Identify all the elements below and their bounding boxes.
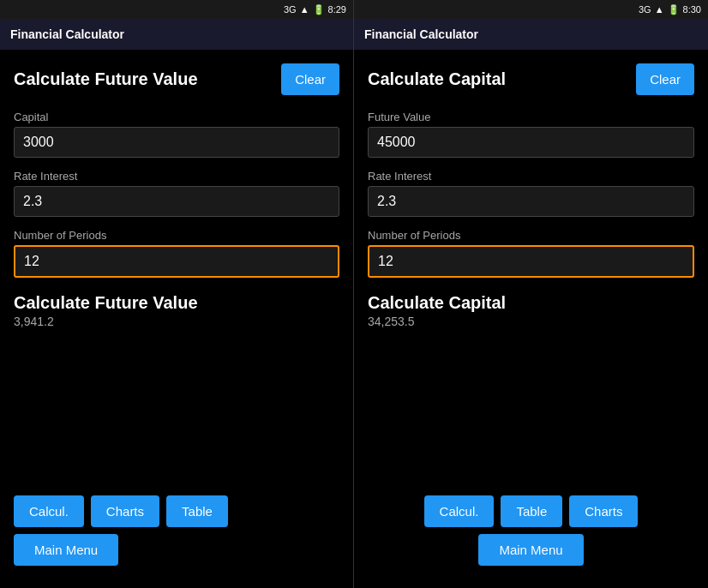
- right-future-value-label: Future Value: [368, 111, 694, 123]
- right-app-title: Financial Calculator: [364, 27, 478, 41]
- right-battery-icon: 🔋: [668, 4, 680, 15]
- right-result-value: 34,253.5: [368, 315, 694, 328]
- left-periods-label: Number of Periods: [14, 229, 339, 242]
- right-time: 8:30: [683, 4, 701, 15]
- right-rate-label: Rate Interest: [368, 170, 694, 183]
- right-network: 3G: [639, 4, 651, 15]
- left-status-bar: 3G ▲ 🔋 8:29: [0, 0, 353, 19]
- right-btn-row-2: Main Menu: [478, 534, 583, 566]
- left-calcul-button[interactable]: Calcul.: [14, 495, 84, 527]
- right-calcul-button[interactable]: Calcul.: [424, 495, 495, 527]
- right-future-value-input[interactable]: [368, 127, 694, 158]
- left-capital-label: Capital: [14, 111, 339, 123]
- right-btn-row-1: Calcul. Table Charts: [424, 495, 639, 527]
- right-bottom-buttons: Calcul. Table Charts Main Menu: [368, 495, 694, 574]
- right-screen-content: Calculate Capital Clear Future Value Rat…: [354, 50, 708, 588]
- left-charts-button[interactable]: Charts: [91, 495, 159, 527]
- left-signal-icon: ▲: [300, 4, 309, 15]
- left-result-value: 3,941.2: [14, 315, 339, 328]
- left-time: 8:29: [328, 4, 346, 15]
- left-table-button[interactable]: Table: [166, 495, 228, 527]
- left-app-title: Financial Calculator: [10, 27, 124, 41]
- right-signal-icon: ▲: [655, 4, 664, 15]
- left-bottom-buttons: Calcul. Charts Table Main Menu: [14, 495, 339, 574]
- left-result-section: Calculate Future Value 3,941.2: [14, 293, 339, 335]
- left-btn-row-2: Main Menu: [14, 534, 118, 566]
- right-periods-input[interactable]: [368, 245, 694, 278]
- right-rate-input[interactable]: [368, 186, 694, 217]
- right-periods-label: Number of Periods: [368, 229, 694, 242]
- right-result-section: Calculate Capital 34,253.5: [368, 293, 694, 335]
- left-battery-icon: 🔋: [313, 4, 325, 15]
- left-main-menu-button[interactable]: Main Menu: [14, 534, 118, 566]
- left-rate-input[interactable]: [14, 186, 339, 217]
- right-table-button[interactable]: Table: [501, 495, 562, 527]
- left-capital-input[interactable]: [14, 127, 339, 158]
- left-screen-content: Calculate Future Value Clear Capital Rat…: [0, 50, 353, 588]
- left-rate-label: Rate Interest: [14, 170, 339, 183]
- left-btn-row-1: Calcul. Charts Table: [14, 495, 228, 527]
- left-header: Calculate Future Value Clear: [14, 63, 339, 95]
- left-status-info: 3G ▲ 🔋 8:29: [284, 4, 346, 15]
- right-title-bar: Financial Calculator: [354, 19, 708, 50]
- right-clear-button[interactable]: Clear: [636, 63, 694, 95]
- left-clear-button[interactable]: Clear: [281, 63, 339, 95]
- left-network: 3G: [284, 4, 297, 15]
- right-result-title: Calculate Capital: [368, 293, 694, 313]
- right-screen-title: Calculate Capital: [368, 69, 506, 89]
- left-result-title: Calculate Future Value: [14, 293, 339, 313]
- left-screen-title: Calculate Future Value: [14, 69, 198, 89]
- left-phone: 3G ▲ 🔋 8:29 Financial Calculator Calcula…: [0, 0, 354, 588]
- right-status-bar: 3G ▲ 🔋 8:30: [354, 0, 708, 19]
- right-main-menu-button[interactable]: Main Menu: [478, 534, 583, 566]
- right-phone: 3G ▲ 🔋 8:30 Financial Calculator Calcula…: [354, 0, 708, 588]
- right-header: Calculate Capital Clear: [368, 63, 694, 95]
- right-charts-button[interactable]: Charts: [569, 495, 638, 527]
- left-title-bar: Financial Calculator: [0, 19, 353, 50]
- left-periods-input[interactable]: [14, 245, 339, 278]
- right-status-info: 3G ▲ 🔋 8:30: [639, 4, 701, 15]
